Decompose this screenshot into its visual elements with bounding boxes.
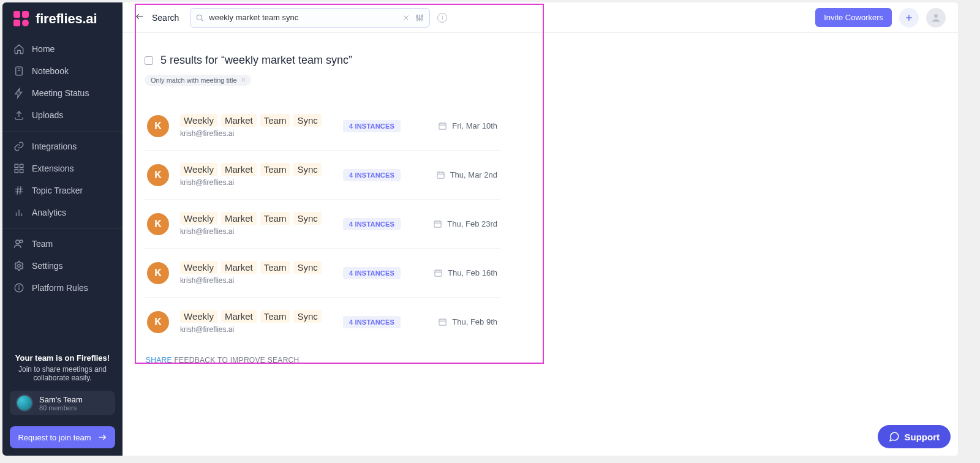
calendar-icon <box>433 219 442 228</box>
results-header: 5 results for “weekly market team sync” <box>145 54 500 67</box>
result-avatar: K <box>147 311 169 333</box>
nav-label: Meeting Status <box>32 88 89 98</box>
brand-logo[interactable]: fireflies.ai <box>2 2 123 36</box>
nav-label: Team <box>32 239 53 249</box>
svg-point-39 <box>934 14 938 18</box>
clear-search-icon[interactable] <box>402 14 410 21</box>
result-row[interactable]: KWeeklyMarketTeamSynckrish@fireflies.ai4… <box>145 151 500 200</box>
invite-coworkers-button[interactable]: Invite Coworkers <box>815 8 892 27</box>
result-row[interactable]: KWeeklyMarketTeamSynckrish@fireflies.ai4… <box>145 298 500 346</box>
instances-badge[interactable]: 4 INSTANCES <box>343 120 401 132</box>
nav-label: Notebook <box>32 66 69 76</box>
svg-rect-42 <box>439 123 446 129</box>
info-icon <box>13 282 24 293</box>
nav-analytics[interactable]: Analytics <box>2 201 123 224</box>
result-title-tokens: WeeklyMarketTeamSync <box>180 212 332 225</box>
result-main: WeeklyMarketTeamSynckrish@fireflies.ai <box>180 261 332 285</box>
user-avatar[interactable] <box>926 8 946 28</box>
svg-point-27 <box>197 15 202 20</box>
result-row[interactable]: KWeeklyMarketTeamSynckrish@fireflies.ai4… <box>145 249 500 298</box>
search-input[interactable] <box>209 13 398 22</box>
svg-rect-58 <box>439 319 446 325</box>
match-token: Sync <box>293 163 321 176</box>
select-all-checkbox[interactable] <box>145 56 153 65</box>
share-feedback-link[interactable]: SHARE <box>146 356 172 364</box>
main-content: Search i Invite Coworkers <box>123 2 958 456</box>
search-info-icon[interactable]: i <box>437 13 447 23</box>
team-card[interactable]: Sam's Team 80 members <box>10 391 115 415</box>
result-avatar: K <box>147 164 169 186</box>
svg-rect-2 <box>13 20 20 26</box>
nav-integrations[interactable]: Integrations <box>2 135 123 157</box>
instances-badge[interactable]: 4 INSTANCES <box>343 218 401 230</box>
support-button[interactable]: Support <box>878 425 951 448</box>
instances-badge[interactable]: 4 INSTANCES <box>343 316 401 328</box>
nav-uploads[interactable]: Uploads <box>2 104 123 126</box>
result-date-text: Fri, Mar 10th <box>452 121 497 130</box>
svg-rect-10 <box>15 170 18 173</box>
remove-filter-icon[interactable] <box>241 77 246 84</box>
match-token: Market <box>221 163 257 176</box>
match-token: Sync <box>293 114 321 127</box>
svg-point-36 <box>421 15 423 17</box>
filter-icon[interactable] <box>415 13 424 23</box>
match-token: Market <box>221 114 257 127</box>
team-promo-title: Your team is on Fireflies! <box>11 353 114 363</box>
nav-label: Analytics <box>32 208 66 217</box>
team-name: Sam's Team <box>39 395 83 404</box>
nav-team[interactable]: Team <box>2 233 123 255</box>
request-join-button[interactable]: Request to join team <box>10 426 115 448</box>
chart-icon <box>13 207 24 218</box>
nav-extensions[interactable]: Extensions <box>2 157 123 179</box>
nav-label: Uploads <box>32 110 63 120</box>
match-token: Market <box>221 212 257 225</box>
result-row[interactable]: KWeeklyMarketTeamSynckrish@fireflies.ai4… <box>145 200 500 249</box>
search-box[interactable] <box>190 8 430 28</box>
person-icon <box>930 12 941 23</box>
results-count-text: 5 results for “weekly market team sync” <box>160 54 352 67</box>
result-owner: krish@fireflies.ai <box>180 325 332 334</box>
nav-platform-rules[interactable]: Platform Rules <box>2 277 123 299</box>
svg-line-28 <box>202 19 203 21</box>
result-title-tokens: WeeklyMarketTeamSync <box>180 114 332 127</box>
link-icon <box>13 141 24 152</box>
upload-icon <box>13 110 24 121</box>
nav-meeting-status[interactable]: Meeting Status <box>2 82 123 104</box>
nav-notebook[interactable]: Notebook <box>2 60 123 82</box>
nav-label: Settings <box>32 261 63 271</box>
result-owner: krish@fireflies.ai <box>180 227 332 236</box>
nav-settings[interactable]: Settings <box>2 255 123 277</box>
instances-badge[interactable]: 4 INSTANCES <box>343 169 401 181</box>
svg-rect-4 <box>16 67 23 75</box>
feedback-text: FEEDBACK TO IMPROVE SEARCH <box>172 356 300 364</box>
svg-rect-54 <box>435 270 442 276</box>
match-token: Sync <box>293 261 321 274</box>
result-date-text: Thu, Feb 23rd <box>447 219 497 228</box>
top-bar: Search i Invite Coworkers <box>123 2 958 33</box>
support-label: Support <box>905 432 940 442</box>
result-owner: krish@fireflies.ai <box>180 129 332 138</box>
add-button[interactable] <box>899 8 919 28</box>
match-token: Weekly <box>180 212 217 225</box>
svg-point-21 <box>18 265 21 268</box>
match-token: Market <box>221 261 257 274</box>
team-promo-subtitle: Join to share meetings and collaborate e… <box>11 365 114 382</box>
search-icon <box>195 13 204 22</box>
team-icon <box>13 238 24 249</box>
team-promo: Your team is on Fireflies! Join to share… <box>2 347 123 387</box>
match-token: Weekly <box>180 261 217 274</box>
nav-topic-tracker[interactable]: Topic Tracker <box>2 179 123 201</box>
result-owner: krish@fireflies.ai <box>180 178 332 187</box>
filter-chip-label: Only match with meeting title <box>151 77 237 84</box>
result-title-tokens: WeeklyMarketTeamSync <box>180 310 332 323</box>
match-token: Market <box>221 310 257 323</box>
svg-rect-11 <box>20 170 23 173</box>
back-button[interactable] <box>135 12 145 24</box>
nav-home[interactable]: Home <box>2 38 123 60</box>
result-avatar: K <box>147 115 169 137</box>
result-row[interactable]: KWeeklyMarketTeamSynckrish@fireflies.ai4… <box>145 102 500 151</box>
match-token: Team <box>260 212 290 225</box>
filter-chip-meeting-title[interactable]: Only match with meeting title <box>145 75 251 86</box>
instances-badge[interactable]: 4 INSTANCES <box>343 267 401 279</box>
svg-line-15 <box>20 186 21 195</box>
